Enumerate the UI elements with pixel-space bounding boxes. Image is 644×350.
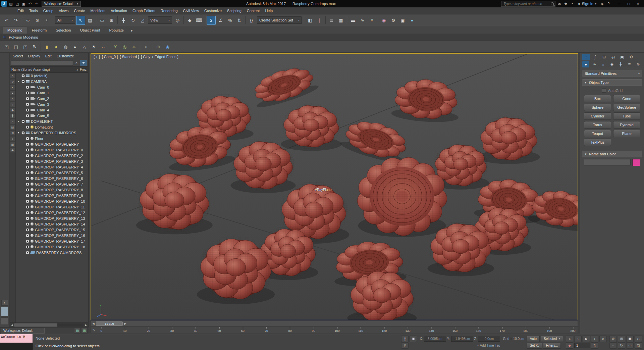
ribbon-tab-freeform[interactable]: Freeform: [28, 27, 51, 34]
minimize-button[interactable]: ─: [614, 1, 624, 7]
scene-explorer-row[interactable]: GUMDROP_RASPBERRY_14: [16, 221, 88, 227]
star-shape-icon[interactable]: ☀: [89, 42, 98, 51]
qat-redo-icon[interactable]: ↷: [33, 1, 40, 7]
explorer-display-groups-icon[interactable]: ▤: [10, 125, 15, 130]
menu-item-graph-editors[interactable]: Graph Editors: [130, 8, 158, 13]
scene-explorer-row[interactable]: Cam_0: [16, 84, 88, 90]
visibility-eye-icon[interactable]: [26, 240, 29, 243]
viewport-cam0[interactable]: [ + ][ Cam_0 ][ Standard ][ Clay + Edged…: [91, 53, 578, 320]
workspace-selector-top[interactable]: Workspace: Default ▾: [42, 1, 81, 7]
autogrid-checkbox[interactable]: [602, 88, 606, 93]
helpers-category-icon[interactable]: ╋: [617, 61, 624, 67]
viewport-shading-menu[interactable]: [ Clay + Edged Faces ]: [141, 55, 178, 59]
redo-icon[interactable]: ↷: [11, 16, 20, 25]
menu-item-views[interactable]: Views: [56, 8, 71, 13]
zoom-icon[interactable]: ⊕: [609, 336, 617, 342]
menu-item-content[interactable]: Content: [244, 8, 263, 13]
selection-filter-dropdown[interactable]: All▾: [55, 16, 75, 24]
scene-explorer-row[interactable]: GUMDROP_RASPBERRY_18: [16, 244, 88, 250]
listener-pane[interactable]: [0, 343, 33, 350]
timeline-ruler[interactable]: 0102030405060708090100110120130140150160…: [101, 327, 573, 333]
object-type-teapot-button[interactable]: Teapot: [584, 130, 611, 137]
select-and-link-icon[interactable]: ∞: [23, 16, 33, 25]
visibility-eye-icon[interactable]: [26, 143, 29, 146]
explorer-search-input[interactable]: [11, 60, 73, 66]
prev-frame-arrow[interactable]: ◀: [91, 322, 96, 325]
offset-mode-toggle-icon[interactable]: ▣: [410, 336, 417, 342]
grid-display-icon[interactable]: #: [401, 342, 409, 349]
pyramid-primitive-icon[interactable]: △: [80, 42, 89, 51]
menu-item-civil-view[interactable]: Civil View: [180, 8, 202, 13]
visibility-eye-icon[interactable]: [26, 205, 29, 209]
spacewarps-category-icon[interactable]: ≋: [626, 61, 633, 67]
shapes-category-icon[interactable]: ∿: [591, 61, 598, 67]
visibility-eye-icon[interactable]: [26, 211, 29, 214]
menu-item-scripting[interactable]: Scripting: [224, 8, 244, 13]
workspace-tools-icon[interactable]: ⊞: [81, 328, 88, 334]
name-column-header[interactable]: Name (Sorted Ascending): [11, 68, 75, 71]
name-color-rollout-header[interactable]: ▼ Name and Color: [582, 151, 642, 157]
scene-explorer-row[interactable]: GUMDROP_RASPBERRY_8: [16, 187, 88, 193]
layout-tab[interactable]: [1, 317, 8, 325]
scene-explorer-row[interactable]: GUMDROP_RASPBERRY_15: [16, 227, 88, 233]
object-color-swatch[interactable]: [632, 159, 640, 166]
frame-spinner-icon[interactable]: ⇅: [591, 342, 598, 349]
undo-icon[interactable]: ↶: [2, 16, 11, 25]
schematic-view-icon[interactable]: #: [367, 16, 376, 25]
visibility-eye-icon[interactable]: [26, 160, 29, 163]
toggle-layer-explorer-icon[interactable]: ▦: [336, 16, 345, 25]
create-tab-icon[interactable]: +: [582, 54, 590, 60]
visibility-eye-icon[interactable]: [26, 251, 29, 254]
filter-icon[interactable]: [80, 60, 87, 66]
zoom-extents-icon[interactable]: ▣: [626, 336, 634, 342]
fov-icon[interactable]: ◇: [635, 336, 642, 342]
use-pivot-point-center-icon[interactable]: ◎: [173, 16, 182, 25]
x-coordinate-field[interactable]: 8.0095cm: [424, 336, 446, 342]
visibility-eye-icon[interactable]: [26, 188, 29, 192]
curve-editor-icon[interactable]: ∿: [358, 16, 367, 25]
display-tab-icon[interactable]: ▣: [619, 54, 626, 60]
transform-gizmo-toggle-icon[interactable]: ╋: [401, 336, 409, 342]
scene-explorer-row[interactable]: Cam_4: [16, 107, 88, 113]
visibility-eye-icon[interactable]: [26, 137, 29, 140]
vray-toolbar-icon[interactable]: ◉: [163, 42, 172, 51]
auto-key-button[interactable]: Auto: [527, 336, 540, 342]
explorer-display-xrefs-icon[interactable]: ⊞: [10, 131, 15, 136]
align-icon[interactable]: ∥: [315, 16, 324, 25]
mirror-icon[interactable]: ◧: [306, 16, 315, 25]
object-type-rollout-header[interactable]: ▼ Object Type: [582, 79, 642, 86]
select-and-scale-icon[interactable]: ◿: [138, 16, 147, 25]
macro-recorder-pane[interactable]: Welcome to M: [0, 334, 33, 343]
object-name-field[interactable]: [584, 159, 631, 165]
go-to-start-button[interactable]: «: [566, 336, 573, 342]
menu-item-help[interactable]: Help: [262, 8, 275, 13]
scene-explorer-row[interactable]: GUMDROP_RASPBERRY_6: [16, 176, 88, 181]
select-object-icon[interactable]: ↖: [76, 16, 85, 25]
object-type-box-button[interactable]: Box: [584, 95, 611, 102]
cone-primitive-icon[interactable]: ▲: [70, 42, 79, 51]
explorer-select-invert-icon[interactable]: ◐: [10, 85, 15, 90]
lights-category-icon[interactable]: ☼: [600, 61, 607, 67]
scene-explorer-row[interactable]: 0 (default): [16, 73, 88, 79]
scene-explorer-row[interactable]: Floor: [16, 136, 88, 141]
scene-explorer-row[interactable]: GUMDROP_RASPBERRY_12: [16, 210, 88, 215]
maximize-viewport-toggle-icon[interactable]: ◱: [635, 342, 642, 349]
object-type-torus-button[interactable]: Torus: [584, 121, 611, 129]
visibility-eye-icon[interactable]: [26, 108, 29, 112]
visibility-eye-icon[interactable]: [26, 91, 29, 95]
object-type-plane-button[interactable]: Plane: [613, 130, 640, 137]
geosphere-primitive-icon[interactable]: ◍: [61, 42, 70, 51]
scene-explorer-row[interactable]: GUMDROP_RASPBERRY_16: [16, 233, 88, 238]
y-coordinate-field[interactable]: -1.9498cm: [451, 336, 473, 342]
visibility-eye-icon[interactable]: [26, 154, 29, 157]
rectangular-selection-region-icon[interactable]: ▭: [98, 16, 107, 25]
communication-center-icon[interactable]: ✉: [556, 1, 562, 7]
visibility-eye-icon[interactable]: [21, 74, 25, 78]
explorer-pick-icon[interactable]: ↖: [10, 73, 15, 79]
expand-rail-icon[interactable]: ▸: [1, 300, 8, 306]
maxscript-mini-listener[interactable]: Welcome to M: [0, 334, 33, 350]
menu-item-group[interactable]: Group: [41, 8, 56, 13]
menu-item-tools[interactable]: Tools: [26, 8, 41, 13]
favorites-icon[interactable]: ★: [562, 1, 569, 7]
circle-shape-icon[interactable]: ○: [142, 42, 151, 51]
